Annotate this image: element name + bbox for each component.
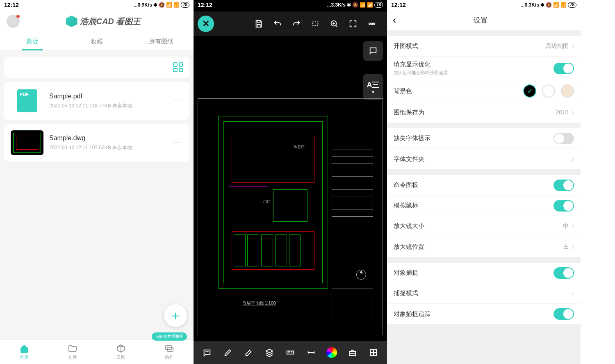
status-bar: 12:12 ...0.9K/s ✱ 🔕 📶 📶 78 <box>0 0 194 10</box>
file-thumb-dwg <box>11 130 43 155</box>
color-opt-white[interactable] <box>542 84 555 98</box>
battery-icon: 78 <box>568 2 576 8</box>
cad-canvas[interactable]: 休息厅 门厅 首层平面图1:100 <box>198 98 383 335</box>
svg-point-4 <box>369 23 371 25</box>
app-logo-icon <box>66 16 77 27</box>
toggle-snap-track[interactable] <box>554 308 574 320</box>
tab-favorite[interactable]: 收藏 <box>64 33 129 50</box>
row-sim-mouse[interactable]: 模拟鼠标 <box>387 196 581 216</box>
color-tool[interactable] <box>324 345 339 360</box>
row-open-mode[interactable]: 开图模式 高级制图 › <box>387 36 581 57</box>
file-info: Sample.pdf 2022-05-13 12:11 118.77KB 来自本… <box>49 93 167 109</box>
row-snap-mode[interactable]: 捕捉模式 › <box>387 283 581 304</box>
app-name: 浩辰CAD 看图王 <box>80 16 141 27</box>
zoom-button[interactable] <box>326 15 343 32</box>
close-button[interactable]: ✕ <box>198 16 214 32</box>
undo-button[interactable] <box>269 15 286 32</box>
bottom-nav: 首页 文件 云图 与好友共享聊图 协作 <box>0 339 194 364</box>
row-mag-pos[interactable]: 放大镜位置 左 › <box>387 237 581 257</box>
fullscreen-button[interactable] <box>344 15 362 32</box>
svg-point-6 <box>374 23 375 25</box>
draw-tool[interactable] <box>221 345 235 360</box>
tabs: 最近 收藏 所有图纸 <box>0 33 194 51</box>
fullscreen-icon <box>348 19 358 28</box>
more-button[interactable] <box>363 15 380 32</box>
svg-point-5 <box>371 23 373 25</box>
row-snap[interactable]: 对象捕捉 <box>387 263 581 283</box>
toolbox-tool[interactable] <box>345 345 360 360</box>
avatar[interactable] <box>7 15 20 28</box>
color-options: ✓ <box>523 84 574 98</box>
nav-home[interactable]: 首页 <box>0 340 48 364</box>
color-opt-beige[interactable] <box>561 84 574 98</box>
fab-add-button[interactable]: + <box>164 304 187 327</box>
svg-rect-2 <box>313 22 318 25</box>
toggle-snap[interactable] <box>554 267 574 279</box>
back-button[interactable]: ‹ <box>393 14 396 26</box>
drawing-caption: 首层平面图1:100 <box>242 300 276 306</box>
toggle-cmd-panel[interactable] <box>554 180 574 191</box>
row-save-as[interactable]: 图纸保存为 2010 › <box>387 102 581 123</box>
page-title: 设置 <box>396 16 565 25</box>
dimension-tool[interactable] <box>304 345 319 360</box>
more-icon[interactable]: ⋮ <box>173 139 183 147</box>
layers-icon <box>265 348 274 357</box>
edit-icon <box>244 348 253 357</box>
redo-button[interactable] <box>288 15 305 32</box>
file-name: Sample.dwg <box>49 134 167 142</box>
file-info: Sample.dwg 2022-05-13 12:11 107.62KB 来自本… <box>49 134 167 151</box>
screen-file-list: 12:12 ...0.9K/s ✱ 🔕 📶 📶 78 浩辰CAD 看图王 最近 … <box>0 0 194 364</box>
status-time: 12:12 <box>198 2 212 8</box>
select-button[interactable] <box>307 15 324 32</box>
app-header: 浩辰CAD 看图王 <box>0 10 194 33</box>
file-meta: 2022-05-13 12:11 107.62KB 来自本地 <box>49 144 167 151</box>
note-tool[interactable] <box>200 345 214 360</box>
app-title: 浩辰CAD 看图王 <box>66 16 141 27</box>
search-card[interactable] <box>4 57 189 78</box>
tab-all[interactable]: 所有图纸 <box>129 33 194 50</box>
screen-cad-viewer: 12:12 ...3.3K/s ✱ 🔕 📶 📶 78 ✕ A三 ▼ <box>194 0 387 364</box>
bluetooth-icon: ✱ <box>153 2 157 8</box>
row-fill-optimize[interactable]: 填充显示优化 关闭后可能会影响开图速度 <box>387 57 581 80</box>
row-mag-size[interactable]: 放大镜大小 中 › <box>387 216 581 237</box>
wifi-icon: 📶 <box>173 2 180 8</box>
grid-view-icon[interactable] <box>173 62 183 72</box>
row-cmd-panel[interactable]: 命令面板 <box>387 175 581 196</box>
dimension-icon <box>307 348 316 357</box>
nav-cloud[interactable]: 云图 <box>97 340 145 364</box>
row-missing-font[interactable]: 缺失字体提示 <box>387 128 581 149</box>
chevron-right-icon: › <box>572 243 574 250</box>
svg-rect-10 <box>374 350 376 352</box>
color-opt-black[interactable]: ✓ <box>523 84 536 98</box>
comment-button[interactable] <box>363 41 383 61</box>
edit-tool[interactable] <box>241 345 256 360</box>
layers-tool[interactable] <box>262 345 277 360</box>
row-snap-track[interactable]: 对象捕捉追踪 <box>387 304 581 324</box>
measure-tool[interactable] <box>283 345 298 360</box>
more-icon <box>367 19 376 28</box>
cloud-icon <box>116 344 126 353</box>
tab-recent[interactable]: 最近 <box>0 33 64 50</box>
text-style-button[interactable]: A三 ▼ <box>363 74 383 100</box>
row-font-folder[interactable]: 字体文件夹 › <box>387 149 581 169</box>
apps-tool[interactable] <box>366 345 381 360</box>
toggle-missing-font[interactable] <box>554 133 574 144</box>
file-item[interactable]: PDF Sample.pdf 2022-05-13 12:11 118.77KB… <box>4 82 189 120</box>
color-wheel-icon <box>326 347 337 358</box>
save-button[interactable] <box>250 15 267 32</box>
save-icon <box>254 19 263 28</box>
nav-files[interactable]: 文件 <box>48 340 97 364</box>
file-thumb-pdf: PDF <box>11 89 43 113</box>
toggle-fill-optimize[interactable] <box>554 63 574 74</box>
chevron-right-icon: › <box>572 223 574 230</box>
wifi-icon: 📶 <box>367 2 373 8</box>
file-item[interactable]: Sample.dwg 2022-05-13 12:11 107.62KB 来自本… <box>4 124 189 162</box>
status-right: ...0.9K/s ✱ 🔕 📶 📶 78 <box>134 2 189 8</box>
nav-collab[interactable]: 与好友共享聊图 协作 <box>145 340 194 364</box>
screen-settings: 12:12 ...0.3K/s ✱ 🔕 📶 📶 78 ‹ 设置 开图模式 高级制… <box>387 0 581 364</box>
more-icon[interactable]: ⋮ <box>173 97 183 105</box>
text-icon: A三 <box>367 80 380 90</box>
svg-rect-12 <box>374 353 376 355</box>
chevron-right-icon: › <box>572 290 574 297</box>
toggle-sim-mouse[interactable] <box>554 200 574 212</box>
